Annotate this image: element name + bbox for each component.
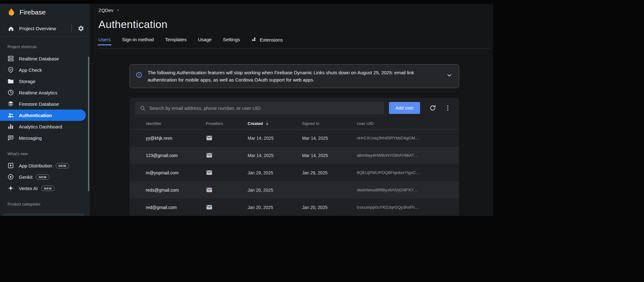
sort-desc-icon[interactable]	[265, 121, 269, 126]
sidebar-item-label: Realtime Database	[19, 56, 59, 61]
cell-identifier: reds@gmail.com	[146, 188, 206, 193]
tab-label: Settings	[223, 37, 240, 42]
tab-label: Usage	[198, 37, 211, 42]
sidebar-item-authentication[interactable]: Authentication	[0, 110, 86, 121]
info-icon	[136, 71, 142, 78]
clock-icon	[7, 89, 14, 96]
genkit-icon	[7, 173, 14, 180]
users-table-body: yy@khjk.nnm Mar 14, 2025 Mar 14, 2025 nH…	[130, 129, 459, 216]
column-label: Identifier	[146, 121, 162, 126]
cell-created: Jan 20, 2025	[248, 188, 302, 193]
whats-new-label: What's new	[0, 144, 90, 160]
cell-created: Mar 14, 2025	[248, 136, 302, 141]
banner-message: The following Authentication features wi…	[148, 68, 440, 84]
column-header-created[interactable]: Created	[248, 121, 302, 126]
sidebar-item-label: Firestore Database	[19, 101, 59, 107]
tab-templates[interactable]: Templates	[165, 37, 186, 44]
column-header-signed-in[interactable]: Signed In	[302, 121, 357, 126]
project-overview-row: Project Overview	[0, 21, 90, 37]
table-row[interactable]: red@gmail.com Jan 20, 2025 Jan 20, 2025 …	[130, 199, 459, 216]
app-distribution-icon	[7, 162, 14, 169]
sidebar-item-app-distribution[interactable]: App DistributionNEW	[0, 160, 86, 171]
sidebar-item-analytics-dashboard[interactable]: Analytics Dashboard	[0, 121, 86, 132]
tab-bar: UsersSign-in methodTemplatesUsageSetting…	[98, 37, 490, 46]
chevron-down-icon[interactable]	[446, 71, 453, 79]
people-icon	[7, 112, 14, 119]
home-icon	[8, 25, 14, 32]
tab-label: Extensions	[260, 37, 283, 42]
project-settings-button[interactable]	[75, 23, 86, 34]
firestore-icon	[7, 100, 14, 107]
sidebar-item-genkit[interactable]: GenkitNEW	[0, 171, 86, 183]
search-icon	[140, 105, 146, 111]
add-user-button[interactable]: Add user	[389, 102, 420, 114]
brand-name: Firebase	[19, 8, 46, 16]
users-toolbar: Add user	[130, 98, 459, 118]
refresh-icon[interactable]	[429, 104, 436, 112]
project-overview-link[interactable]: Project Overview	[19, 26, 71, 31]
product-categories-label: Product categories	[0, 194, 90, 210]
sidebar-item-label: Vertex AI	[19, 186, 38, 191]
cell-signed-in: Jan 20, 2025	[302, 205, 357, 210]
sidebar-item-storage[interactable]: Storage	[0, 76, 86, 87]
email-provider-icon	[206, 204, 213, 211]
chat-icon	[7, 134, 14, 141]
sidebar-scrollbar[interactable]	[88, 57, 89, 191]
tab-settings[interactable]: Settings	[223, 37, 240, 44]
cell-user-uid: lzocumpp0uYKDJqrGQy3hsFh…	[357, 205, 452, 210]
sidebar-item-firestore-database[interactable]: Firestore Database	[0, 98, 86, 110]
cell-signed-in: Mar 14, 2025	[302, 153, 357, 158]
column-header-user-uid[interactable]: User UID	[357, 121, 452, 126]
tab-label: Sign-in method	[122, 37, 154, 42]
sidebar-item-messaging[interactable]: Messaging	[0, 132, 86, 144]
sidebar-item-app-check[interactable]: App Check	[0, 64, 86, 76]
tab-sign-in-method[interactable]: Sign-in method	[122, 37, 154, 44]
vertex-ai-icon	[7, 185, 14, 192]
column-label: Created	[248, 121, 263, 126]
bar-chart-icon	[7, 123, 14, 130]
tab-label: Users	[98, 37, 111, 42]
cell-providers	[206, 135, 248, 141]
cell-signed-in: Mar 14, 2025	[302, 136, 357, 141]
tab-extensions[interactable]: Extensions	[251, 37, 283, 45]
sidebar-item-vertex-ai[interactable]: Vertex AINEW	[0, 183, 86, 194]
users-card: Add user IdentifierProvidersCreatedSigne…	[130, 98, 459, 216]
cell-user-uid: aBm6ey4HW8cNYOthAY66AT…	[357, 153, 452, 158]
cell-created: Jan 20, 2025	[248, 205, 302, 210]
sidebar-item-label: Authentication	[19, 113, 52, 118]
firebase-console-window: Firebase Project Overview Project shortc…	[0, 4, 493, 216]
cell-identifier: m@yopmail.com	[146, 170, 206, 175]
sidebar-item-realtime-database[interactable]: Realtime Database	[0, 53, 86, 64]
more-options-icon[interactable]	[444, 104, 452, 112]
search-box[interactable]	[135, 102, 384, 114]
main-content: ZQDev Authentication UsersSign-in method…	[90, 4, 493, 216]
cell-identifier: yy@khjk.nnm	[146, 136, 206, 141]
sidebar-item-label: App Distribution	[19, 163, 52, 168]
table-row[interactable]: m@yopmail.com Jan 29, 2025 Jan 29, 2025 …	[130, 164, 459, 181]
table-row[interactable]: 123@gmail.com Mar 14, 2025 Mar 14, 2025 …	[130, 147, 459, 164]
table-row[interactable]: reds@gmail.com Jan 20, 2025 dwdnlwsui8f9…	[130, 181, 459, 199]
brand-row[interactable]: Firebase	[0, 4, 90, 21]
email-provider-icon	[206, 187, 213, 193]
column-label: Providers	[206, 121, 223, 126]
content-column: The following Authentication features wi…	[130, 64, 459, 216]
column-header-identifier[interactable]: Identifier	[146, 121, 206, 126]
sidebar-item-realtime-analytics[interactable]: Realtime Analytics	[0, 87, 86, 98]
cell-signed-in: Jan 29, 2025	[302, 170, 357, 175]
project-selector[interactable]: ZQDev	[98, 6, 120, 14]
firebase-logo-icon	[7, 8, 16, 17]
sidebar-partial-item[interactable]	[3, 213, 85, 216]
sidebar-item-label: Messaging	[19, 135, 42, 141]
sidebar-item-label: Storage	[19, 79, 36, 84]
email-provider-icon	[206, 135, 213, 141]
tab-users[interactable]: Users	[98, 37, 111, 44]
column-header-providers[interactable]: Providers	[206, 121, 248, 126]
deprecation-banner: The following Authentication features wi…	[130, 64, 459, 88]
table-row[interactable]: yy@khjk.nnm Mar 14, 2025 Mar 14, 2025 nH…	[130, 129, 459, 147]
new-badge: NEW	[36, 174, 49, 180]
tab-usage[interactable]: Usage	[198, 37, 211, 44]
cell-user-uid: nHrCXUstq3hh85RYbbD4gGM…	[357, 136, 452, 140]
search-input[interactable]	[149, 105, 380, 111]
cell-providers	[206, 187, 248, 193]
cell-providers	[206, 169, 248, 176]
